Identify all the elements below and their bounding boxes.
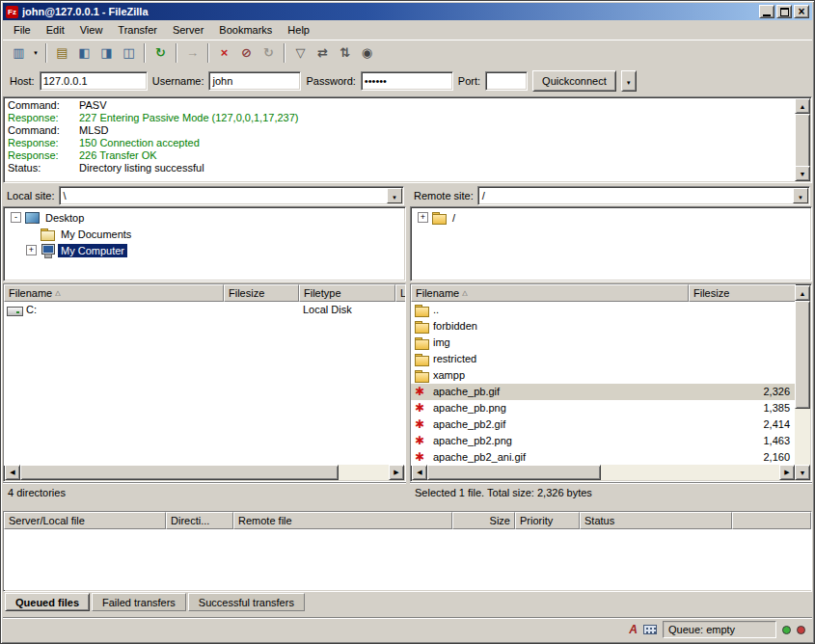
local-tree-item-my-computer[interactable]: +My Computer — [4, 242, 405, 258]
local-site-combo[interactable]: \ — [59, 186, 404, 205]
tab-queued-files[interactable]: Queued files — [5, 593, 90, 611]
find-files-button[interactable]: ◉ — [356, 42, 378, 65]
remote-site-combo[interactable]: / — [477, 186, 810, 205]
compare-directories-button[interactable]: ⇄ — [312, 42, 334, 65]
local-column-filesize[interactable]: Filesize — [224, 284, 299, 302]
menu-item-edit[interactable]: Edit — [39, 21, 72, 39]
tab-successful-transfers[interactable]: Successful transfers — [188, 593, 305, 611]
password-label: Password: — [306, 75, 355, 87]
local-column-l[interactable]: L — [395, 284, 405, 302]
remote-file-size: 2,326 — [689, 384, 796, 400]
remote-file-row-forbidden[interactable]: forbidden — [411, 318, 796, 335]
scroll-thumb[interactable] — [795, 114, 810, 168]
local-horizontal-scrollbar[interactable] — [5, 465, 404, 480]
remote-site-dropdown[interactable] — [793, 188, 808, 203]
remote-file-row-item[interactable]: .. — [411, 302, 796, 318]
scroll-down-icon[interactable] — [795, 465, 810, 480]
scroll-right-icon[interactable] — [389, 465, 404, 480]
collapse-minus-icon[interactable]: - — [11, 212, 21, 223]
host-input[interactable] — [40, 71, 148, 91]
disconnect-button[interactable]: ⊘ — [235, 42, 258, 65]
sync-browsing-button[interactable]: ⇅ — [334, 42, 356, 65]
local-file-size — [224, 302, 299, 318]
scroll-left-icon[interactable] — [412, 465, 427, 480]
maximize-button[interactable] — [776, 5, 792, 18]
remote-file-row-xampp[interactable]: xampp — [411, 367, 796, 384]
reconnect-button[interactable]: ↻ — [258, 42, 280, 65]
queue-column-size[interactable]: Size — [452, 512, 515, 529]
toggle-remote-tree-button[interactable]: ◨ — [95, 42, 118, 65]
directory-filter-button[interactable]: ▽ — [289, 42, 312, 65]
log-line-type: Status: — [8, 162, 79, 174]
queue-column-directi[interactable]: Directi... — [166, 512, 233, 529]
remote-column-filesize[interactable]: Filesize — [689, 284, 796, 302]
toolbar-separator — [144, 43, 146, 63]
process-queue-button[interactable]: → — [181, 42, 204, 65]
log-line: Status:Directory listing successful — [8, 162, 792, 174]
scroll-right-icon[interactable] — [779, 465, 795, 480]
scroll-up-icon[interactable] — [795, 285, 810, 301]
menu-item-help[interactable]: Help — [280, 21, 317, 39]
remote-file-row-apache-pb-png[interactable]: apache_pb.png1,385 — [411, 400, 796, 416]
remote-file-row-apache-pb2-gif[interactable]: apache_pb2.gif2,414 — [411, 416, 796, 433]
queue-column-server-local-file[interactable]: Server/Local file — [4, 512, 166, 529]
sort-ascending-icon: △ — [55, 289, 60, 297]
refresh-button[interactable]: ↻ — [149, 42, 172, 65]
toggle-local-tree-button[interactable]: ◧ — [73, 42, 95, 65]
remote-file-row-apache-pb2-png[interactable]: apache_pb2.png1,463 — [411, 433, 796, 449]
scroll-thumb[interactable] — [427, 465, 601, 480]
remote-file-row-restricted[interactable]: restricted — [411, 351, 796, 367]
remote-column-filename[interactable]: Filename△ — [411, 284, 689, 302]
site-manager-button[interactable]: ▥ — [8, 42, 30, 65]
queue-column-remote-file[interactable]: Remote file — [233, 512, 452, 529]
menu-item-bookmarks[interactable]: Bookmarks — [211, 21, 280, 39]
menu-item-view[interactable]: View — [72, 21, 111, 39]
local-site-dropdown[interactable] — [387, 188, 402, 203]
expand-plus-icon[interactable]: + — [26, 245, 37, 255]
queue-header: Server/Local fileDirecti...Remote fileSi… — [4, 512, 811, 529]
local-tree-item-my-documents[interactable]: My Documents — [4, 226, 405, 242]
local-file-row-c[interactable]: C:Local Disk — [4, 302, 405, 318]
menu-item-server[interactable]: Server — [165, 21, 211, 39]
quickconnect-dropdown[interactable] — [621, 70, 637, 92]
expand-plus-icon[interactable]: + — [418, 212, 428, 223]
site-manager-dropdown[interactable] — [30, 42, 41, 65]
site-manager-icon: ▥ — [13, 46, 24, 60]
password-input[interactable] — [361, 71, 453, 91]
message-log: Command:PASVResponse:227 Entering Passiv… — [3, 96, 812, 183]
toggle-transfer-queue-button[interactable]: ◫ — [118, 42, 140, 65]
remote-vertical-scrollbar[interactable] — [795, 285, 810, 480]
scroll-thumb[interactable] — [795, 301, 810, 409]
menu-item-file[interactable]: File — [6, 21, 39, 39]
local-tree-item-desktop[interactable]: -Desktop — [4, 209, 405, 226]
tab-failed-transfers[interactable]: Failed transfers — [92, 593, 186, 611]
local-column-filename[interactable]: Filename△ — [4, 284, 224, 302]
scroll-up-icon[interactable] — [795, 98, 810, 114]
horizontal-splitter[interactable] — [3, 502, 812, 511]
port-input[interactable] — [485, 71, 528, 91]
remote-horizontal-scrollbar[interactable] — [412, 465, 795, 480]
queue-column-status[interactable]: Status — [580, 512, 732, 529]
remote-file-size — [689, 335, 796, 351]
remote-file-size — [689, 367, 796, 384]
remote-file-row-apache-pb2-ani-gif[interactable]: apache_pb2_ani.gif2,160 — [411, 449, 796, 466]
toolbar-separator — [45, 43, 47, 63]
remote-tree-item-item[interactable]: +/ — [411, 209, 811, 226]
quickconnect-button[interactable]: Quickconnect — [532, 70, 616, 92]
close-button[interactable] — [794, 5, 809, 18]
remote-file-row-img[interactable]: img — [411, 335, 796, 351]
cancel-button[interactable]: × — [213, 42, 235, 65]
remote-file-row-apache-pb-gif[interactable]: apache_pb.gif2,326 — [411, 384, 796, 400]
queue-column-priority[interactable]: Priority — [515, 512, 580, 529]
log-scrollbar[interactable] — [795, 98, 810, 181]
toggle-message-log-button[interactable]: ▤ — [51, 42, 73, 65]
remote-file-size: 2,160 — [689, 449, 796, 466]
scroll-down-icon[interactable] — [795, 166, 810, 181]
minimize-button[interactable] — [759, 5, 774, 18]
title-bar[interactable]: Fz john@127.0.0.1 - FileZilla — [3, 3, 812, 20]
username-input[interactable] — [208, 71, 301, 91]
scroll-thumb[interactable] — [20, 465, 339, 480]
menu-item-transfer[interactable]: Transfer — [110, 21, 165, 39]
local-column-filetype[interactable]: Filetype — [299, 284, 395, 302]
scroll-left-icon[interactable] — [5, 465, 20, 480]
